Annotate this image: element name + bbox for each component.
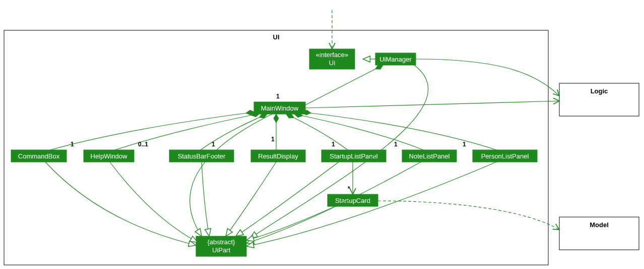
class-model-label: Model — [590, 221, 609, 229]
svg-text:UiPart: UiPart — [212, 246, 231, 254]
class-logic-label: Logic — [591, 87, 608, 95]
edge-uimanager-logic — [416, 59, 559, 96]
edge-helpwindow-uipart — [110, 162, 198, 242]
mult-personlist: 1 — [463, 141, 466, 148]
svg-text:PersonListPanel: PersonListPanel — [481, 152, 529, 160]
mult-notelist: 1 — [394, 141, 398, 148]
class-resultdisplay: ResultDisplay — [251, 150, 305, 162]
edge-mainwindow-logic — [305, 101, 559, 108]
mult-resultdisplay: 1 — [271, 136, 275, 143]
class-notelistpanel: NoteListPanel — [402, 150, 457, 162]
uml-diagram: UI Logic Model «interface» Ui UiManager … — [0, 0, 644, 269]
edge-mw-helpwindow — [115, 114, 260, 150]
class-statusbarfooter: StatusBarFooter — [169, 150, 234, 162]
svg-text:HelpWindow: HelpWindow — [91, 152, 128, 160]
class-personlistpanel: PersonListPanel — [473, 150, 537, 162]
edge-startupcard-uipart — [246, 206, 335, 240]
svg-text:MainWindow: MainWindow — [261, 104, 299, 112]
class-startupcard: StartupCard — [328, 194, 378, 206]
edge-mw-statusbar — [201, 114, 267, 150]
edge-commandbox-uipart — [45, 162, 196, 245]
edge-uimanager-mainwindow — [305, 65, 383, 105]
class-helpwindow: HelpWindow — [84, 150, 134, 162]
svg-text:StatusBarFooter: StatusBarFooter — [178, 152, 226, 160]
svg-text:NoteListPanel: NoteListPanel — [409, 152, 450, 160]
svg-text:UiManager: UiManager — [379, 56, 412, 63]
mult-startuplist: 1 — [332, 141, 335, 148]
class-uipart: {abstract} UiPart — [196, 236, 246, 256]
edge-mw-commandbox — [50, 112, 254, 150]
mult-mainwindow: 1 — [276, 93, 280, 100]
mult-startupcard: * — [348, 185, 350, 192]
class-startuplistpanel: StartupListPanel — [321, 150, 386, 162]
svg-text:Ui: Ui — [329, 59, 335, 67]
edge-resultdisplay-uipart — [226, 162, 276, 236]
mult-commandbox: 1 — [71, 141, 74, 148]
mult-helpwindow: 0..1 — [138, 141, 148, 148]
package-ui-label: UI — [273, 33, 280, 41]
edge-statusbar-uipart — [202, 162, 209, 236]
edge-mw-startuplist — [286, 114, 348, 150]
svg-text:StartupListPanel: StartupListPanel — [330, 152, 378, 160]
svg-text:«interface»: «interface» — [316, 51, 348, 59]
svg-text:CommandBox: CommandBox — [18, 152, 60, 160]
edge-startupcard-model — [378, 201, 559, 230]
class-commandbox: CommandBox — [11, 150, 67, 162]
svg-text:ResultDisplay: ResultDisplay — [258, 152, 298, 160]
svg-text:{abstract}: {abstract} — [208, 238, 236, 246]
class-mainwindow: MainWindow — [254, 102, 305, 114]
class-ui: «interface» Ui — [309, 49, 355, 69]
mult-statusbar: 1 — [212, 141, 215, 148]
class-uimanager: UiManager — [375, 53, 416, 65]
